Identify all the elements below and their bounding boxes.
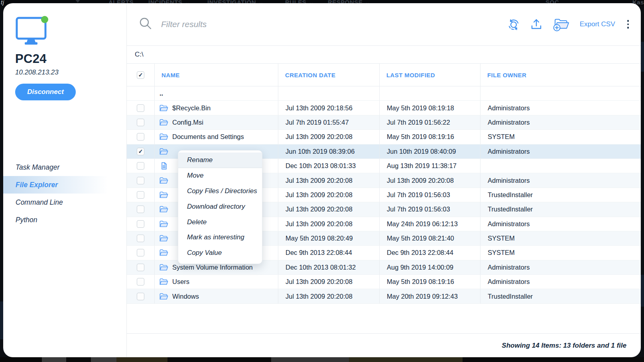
kebab-menu-icon[interactable] — [626, 19, 631, 29]
table-row[interactable]: $Recycle.Bin Jul 13th 2009 20:18:56 May … — [127, 101, 641, 115]
background-fragment — [641, 275, 644, 307]
file-name: Config.Msi — [172, 119, 203, 126]
row-checkbox[interactable] — [137, 133, 144, 141]
taskbar-segment — [42, 357, 66, 362]
table-footer: Showing 14 Items: 13 folders and 1 file — [127, 333, 641, 357]
folder-icon — [160, 177, 168, 184]
last-modified: Jul 13th 2009 20:20:08 — [380, 177, 454, 184]
filter-input[interactable] — [161, 20, 360, 29]
context-menu-item-copy-value[interactable]: Copy Value — [178, 245, 262, 261]
row-checkbox[interactable] — [137, 264, 144, 271]
monitor-icon — [15, 16, 49, 45]
creation-date: Jul 13th 2009 20:20:08 — [278, 293, 353, 300]
file-owner: TrustedInstaller — [481, 191, 533, 199]
host-name: PC24 — [15, 52, 126, 66]
file-owner: SYSTEM — [481, 249, 515, 256]
row-checkbox[interactable] — [137, 191, 144, 199]
row-checkbox[interactable] — [137, 205, 144, 213]
creation-date: Jul 13th 2009 20:20:08 — [278, 191, 353, 199]
row-checkbox[interactable] — [137, 235, 144, 242]
file-owner: Administrators — [481, 220, 530, 228]
context-menu-item-mark-as-interesting[interactable]: Mark as interesting — [178, 230, 262, 245]
table-row[interactable]: Config.Msi Jul 7th 2019 01:55:47 Jul 7th… — [127, 115, 641, 130]
file-owner: Administrators — [481, 148, 530, 155]
export-csv-button[interactable]: Export CSV — [580, 20, 615, 28]
folder-icon — [160, 119, 168, 126]
taskbar-segment — [66, 357, 91, 362]
nav-fragment: tj — [1, 0, 4, 6]
breadcrumb-path[interactable]: C:\ — [135, 51, 144, 59]
last-modified: Aug 13th 2019 11:38:17 — [380, 162, 457, 170]
breadcrumb: C:\ — [127, 46, 641, 64]
folder-icon — [160, 278, 168, 286]
folder-icon — [160, 148, 168, 155]
table-header: NAME CREATION DATE LAST MODIFIED FILE OW… — [127, 64, 641, 86]
context-menu-item-copy-files[interactable]: Copy Files / Directories — [178, 184, 262, 199]
sidebar-item-task-manager[interactable]: Task Manager — [3, 158, 126, 176]
row-checkbox[interactable] — [137, 162, 144, 170]
remote-host-window: PC24 10.208.213.23 Disconnect Task Manag… — [3, 3, 641, 357]
last-modified: May 5th 2019 08:19:16 — [380, 278, 454, 286]
folder-icon — [160, 264, 168, 271]
file-owner: Administrators — [481, 104, 530, 112]
sidebar-item-file-explorer[interactable]: File Explorer — [3, 176, 126, 194]
column-header-creation-date[interactable]: CREATION DATE — [278, 64, 380, 86]
last-modified: May 24th 2019 06:12:13 — [380, 220, 458, 228]
row-checkbox[interactable] — [137, 177, 144, 184]
creation-date: Jun 10th 2019 08:39:06 — [278, 148, 354, 155]
taskbar-segment — [116, 357, 167, 362]
context-menu-item-move[interactable]: Move — [178, 168, 262, 184]
context-menu-item-delete[interactable]: Delete — [178, 214, 262, 230]
sidebar-item-command-line[interactable]: Command Line — [3, 194, 126, 211]
new-folder-button[interactable] — [553, 17, 569, 31]
row-checkbox[interactable] — [137, 119, 144, 126]
column-header-name[interactable]: NAME — [155, 64, 278, 86]
row-checkbox[interactable] — [137, 148, 144, 155]
row-checkbox[interactable] — [137, 278, 144, 286]
row-checkbox[interactable] — [137, 220, 144, 228]
row-checkbox[interactable] — [137, 104, 144, 112]
sidebar-item-python[interactable]: Python — [3, 211, 126, 229]
sidebar: PC24 10.208.213.23 Disconnect Task Manag… — [3, 3, 127, 357]
toolbar: Export CSV — [127, 3, 641, 46]
creation-date: Jul 13th 2009 20:20:08 — [278, 220, 353, 228]
file-icon — [160, 162, 168, 170]
background-fragment — [0, 301, 3, 339]
folder-icon — [160, 293, 168, 300]
host-ip: 10.208.213.23 — [15, 68, 126, 76]
table-row-up[interactable]: .. — [127, 86, 641, 101]
last-modified: Jul 7th 2019 01:56:03 — [380, 191, 450, 199]
file-owner: TrustedInstaller — [481, 205, 533, 213]
table-row[interactable]: Users Jul 13th 2009 20:20:08 May 5th 201… — [127, 275, 641, 289]
file-name: Windows — [172, 293, 199, 300]
creation-date: Dec 9th 2013 22:08:44 — [278, 249, 352, 256]
row-checkbox[interactable] — [137, 293, 144, 300]
file-owner: Administrators — [481, 278, 530, 286]
new-folder-icon — [553, 17, 569, 31]
column-header-file-owner[interactable]: FILE OWNER — [481, 64, 641, 86]
column-header-last-modified[interactable]: LAST MODIFIED — [380, 64, 481, 86]
disconnect-button[interactable]: Disconnect — [15, 84, 76, 100]
search-icon — [139, 17, 152, 32]
context-menu-item-download-directory[interactable]: Download directory — [178, 199, 262, 214]
upload-button[interactable] — [530, 18, 542, 31]
items-summary: Showing 14 Items: 13 folders and 1 file — [502, 342, 626, 350]
file-owner: Administrators — [481, 119, 530, 126]
taskbar-segment — [167, 357, 271, 362]
last-modified: May 20th 2019 09:12:43 — [380, 293, 458, 300]
file-owner: Administrators — [481, 264, 530, 271]
creation-date: Jul 13th 2009 20:20:08 — [278, 177, 353, 184]
file-name: $Recycle.Bin — [172, 104, 211, 112]
background-taskbar — [0, 357, 644, 362]
refresh-button[interactable] — [507, 18, 520, 31]
select-all-checkbox[interactable] — [137, 71, 144, 79]
folder-icon — [160, 104, 168, 112]
context-menu: Rename Move Copy Files / Directories Dow… — [178, 150, 262, 264]
table-row[interactable]: Documents and Settings Jul 13th 2009 20:… — [127, 130, 641, 144]
row-checkbox[interactable] — [137, 249, 144, 256]
context-menu-item-rename[interactable]: Rename — [178, 153, 262, 168]
folder-icon — [160, 220, 168, 228]
last-modified: Aug 9th 2019 14:00:09 — [380, 264, 453, 271]
table-row[interactable]: Windows Jul 13th 2009 20:20:08 May 20th … — [127, 289, 641, 303]
parent-dir-link[interactable]: .. — [160, 90, 163, 97]
